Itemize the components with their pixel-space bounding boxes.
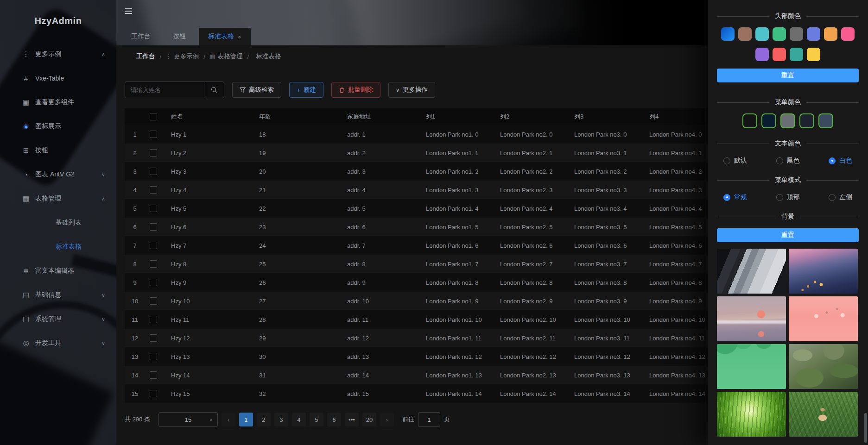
- page-size-select[interactable]: 15 ∨: [158, 412, 218, 427]
- cell-col1: London Park no1. 10: [421, 310, 495, 329]
- sidebar-item[interactable]: ⋮ 更多示例 ∧: [0, 42, 116, 66]
- menu-color-swatch[interactable]: [780, 113, 795, 128]
- advanced-search-button[interactable]: 高级检索: [232, 82, 281, 98]
- page-number-button[interactable]: 3: [274, 413, 288, 426]
- sidebar-item[interactable]: ⊞ 按钮: [0, 138, 116, 163]
- sidebar-item[interactable]: ◎ 开发工具 ∨: [0, 331, 116, 355]
- radio-option[interactable]: 默认: [723, 157, 747, 165]
- header-color-swatch[interactable]: [841, 27, 855, 41]
- row-checkbox[interactable]: [150, 334, 157, 342]
- column-header: 姓名: [166, 108, 254, 125]
- sidebar-item[interactable]: ▢ 系统管理 ∨: [0, 307, 116, 331]
- more-actions-button[interactable]: ∨ 更多操作: [388, 82, 435, 98]
- menu-color-swatch[interactable]: [818, 113, 833, 128]
- header-color-swatch[interactable]: [824, 27, 837, 41]
- bg-thumbnail[interactable]: [789, 344, 858, 389]
- sidebar-item[interactable]: ◔ 图表 AntV G2 ∨: [0, 163, 116, 187]
- radio-option[interactable]: 常规: [723, 193, 747, 201]
- reset-background-button[interactable]: 重置: [717, 228, 859, 242]
- sidebar-item[interactable]: 基础列表: [0, 211, 116, 235]
- search-input[interactable]: [125, 82, 204, 98]
- row-checkbox[interactable]: [150, 223, 157, 231]
- row-checkbox[interactable]: [150, 260, 157, 268]
- bg-thumbnail[interactable]: [717, 392, 786, 437]
- tab-item[interactable]: 按钮: [164, 28, 199, 45]
- cell-name: Hzy 11: [166, 310, 254, 329]
- header-color-swatch[interactable]: [755, 48, 769, 61]
- bg-thumbnail[interactable]: [717, 249, 786, 294]
- radio-option[interactable]: 黑色: [776, 157, 800, 165]
- page-number-button[interactable]: 1: [239, 413, 253, 426]
- drawer-scrollbar-thumb[interactable]: [864, 413, 867, 443]
- breadcrumb-item[interactable]: / ▦ 表格管理: [199, 52, 242, 61]
- sidebar-item[interactable]: ▤ 基础信息 ∨: [0, 283, 116, 307]
- batch-delete-button[interactable]: 批量删除: [331, 82, 380, 98]
- prev-page-button[interactable]: ‹: [222, 413, 235, 426]
- create-button[interactable]: + 新建: [289, 82, 323, 98]
- next-page-button[interactable]: ›: [380, 413, 394, 426]
- sidebar-item[interactable]: ≣ 富文本编辑器: [0, 259, 116, 283]
- page-number-button[interactable]: 20: [362, 413, 376, 426]
- radio-option[interactable]: 白色: [829, 157, 852, 165]
- row-checkbox[interactable]: [150, 168, 157, 175]
- bg-thumbnail[interactable]: [717, 344, 786, 389]
- sidebar-item[interactable]: ▣ 查看更多组件: [0, 90, 116, 114]
- page-number-button[interactable]: 6: [327, 413, 341, 426]
- goto-input[interactable]: 1: [418, 412, 440, 427]
- bg-thumbnail[interactable]: [789, 296, 858, 341]
- header-color-swatch[interactable]: [721, 27, 735, 41]
- close-icon[interactable]: ×: [238, 33, 241, 40]
- sidebar-item-icon: ◈: [20, 122, 32, 131]
- sidebar-item[interactable]: ◈ 图标展示: [0, 114, 116, 138]
- select-all-checkbox[interactable]: [150, 113, 157, 120]
- row-checkbox[interactable]: [150, 131, 157, 138]
- row-checkbox[interactable]: [150, 279, 157, 286]
- header-color-swatch[interactable]: [773, 48, 786, 61]
- sidebar-item-icon: ▢: [20, 315, 32, 323]
- breadcrumb-item[interactable]: / 标准表格: [242, 52, 281, 61]
- menu-color-swatch[interactable]: [799, 113, 814, 128]
- row-checkbox[interactable]: [150, 390, 157, 397]
- radio-option[interactable]: 顶部: [776, 193, 800, 201]
- reset-header-color-button[interactable]: 重置: [717, 69, 859, 82]
- row-checkbox[interactable]: [150, 205, 157, 212]
- bg-thumbnail[interactable]: [717, 296, 786, 341]
- radio-option[interactable]: 左侧: [829, 193, 852, 201]
- page-number-button[interactable]: 4: [292, 413, 306, 426]
- header-color-swatch[interactable]: [755, 27, 769, 41]
- sidebar-item-label: 按钮: [35, 146, 48, 155]
- row-checkbox[interactable]: [150, 316, 157, 323]
- page-number-button[interactable]: 5: [310, 413, 323, 426]
- row-checkbox[interactable]: [150, 353, 157, 360]
- sidebar-item[interactable]: # Vxe-Table: [0, 66, 116, 90]
- page-number-button[interactable]: •••: [345, 413, 359, 426]
- header-color-swatch[interactable]: [807, 48, 820, 61]
- header-color-swatch[interactable]: [807, 27, 820, 41]
- breadcrumb-item[interactable]: / ⋮ 更多示例: [155, 52, 199, 61]
- header-color-swatch[interactable]: [790, 48, 803, 61]
- row-checkbox[interactable]: [150, 149, 157, 157]
- header-color-swatch[interactable]: [738, 27, 752, 41]
- sidebar-item[interactable]: 标准表格: [0, 235, 116, 259]
- row-select-cell: [145, 181, 166, 199]
- breadcrumb-item[interactable]: 工作台: [125, 52, 155, 61]
- menu-color-swatch[interactable]: [742, 113, 757, 128]
- tab-item[interactable]: 工作台: [122, 28, 164, 45]
- search-button[interactable]: [204, 82, 224, 98]
- header-color-swatch[interactable]: [773, 27, 786, 41]
- sidebar-item[interactable]: ▦ 表格管理 ∧: [0, 187, 116, 211]
- menu-color-swatch[interactable]: [761, 113, 776, 128]
- cell-col3: London Park no3. 10: [570, 310, 645, 329]
- advanced-search-label: 高级检索: [249, 86, 274, 94]
- row-checkbox[interactable]: [150, 242, 157, 249]
- tab-item[interactable]: 标准表格 ×: [199, 28, 251, 45]
- menu-collapse-button[interactable]: [125, 7, 132, 15]
- bg-thumbnail[interactable]: [789, 249, 858, 294]
- row-checkbox[interactable]: [150, 186, 157, 194]
- cell-col3: London Park no3. 13: [570, 366, 645, 384]
- bg-thumbnail[interactable]: [789, 392, 858, 437]
- row-checkbox[interactable]: [150, 297, 157, 305]
- row-checkbox[interactable]: [150, 371, 157, 379]
- page-number-button[interactable]: 2: [257, 413, 271, 426]
- header-color-swatch[interactable]: [790, 27, 803, 41]
